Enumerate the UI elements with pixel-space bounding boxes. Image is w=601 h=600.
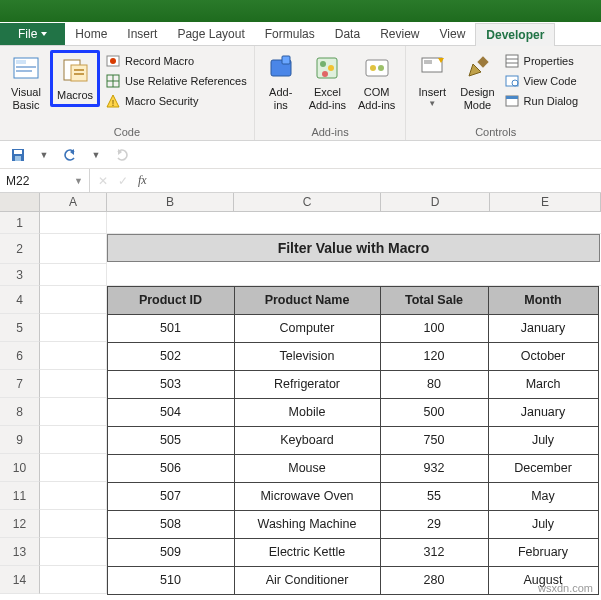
- cell-product-name[interactable]: Mobile: [234, 398, 381, 427]
- tab-page-layout[interactable]: Page Layout: [167, 23, 254, 45]
- cell-product-name[interactable]: Refrigerator: [234, 370, 381, 399]
- row-header[interactable]: 11: [0, 482, 40, 510]
- cell-total-sale[interactable]: 120: [380, 342, 489, 371]
- cell-product-id[interactable]: 508: [107, 510, 235, 539]
- cell-product-id[interactable]: 505: [107, 426, 235, 455]
- tab-formulas[interactable]: Formulas: [255, 23, 325, 45]
- cell-product-id[interactable]: 503: [107, 370, 235, 399]
- cell-product-id[interactable]: 501: [107, 314, 235, 343]
- undo-dropdown[interactable]: ▼: [88, 147, 104, 163]
- macros-button[interactable]: Macros: [53, 53, 97, 104]
- visual-basic-button[interactable]: Visual Basic: [6, 50, 46, 114]
- cell-month[interactable]: January: [488, 314, 599, 343]
- cell-total-sale[interactable]: 500: [380, 398, 489, 427]
- sheet-title[interactable]: Filter Value with Macro: [107, 234, 600, 262]
- col-header-c[interactable]: C: [234, 193, 381, 211]
- cell-total-sale[interactable]: 932: [380, 454, 489, 483]
- cell-month[interactable]: July: [488, 510, 599, 539]
- use-relative-button[interactable]: Use Relative References: [104, 72, 248, 90]
- cell-month[interactable]: October: [488, 342, 599, 371]
- cell-total-sale[interactable]: 280: [380, 566, 489, 595]
- cell-month[interactable]: February: [488, 538, 599, 567]
- tab-file[interactable]: File: [0, 23, 65, 45]
- fx-icon[interactable]: fx: [138, 173, 147, 188]
- macro-security-button[interactable]: ! Macro Security: [104, 92, 248, 110]
- row-header[interactable]: 4: [0, 286, 40, 314]
- cell-product-id[interactable]: 507: [107, 482, 235, 511]
- cell-total-sale[interactable]: 55: [380, 482, 489, 511]
- row-header[interactable]: 14: [0, 566, 40, 594]
- tab-data[interactable]: Data: [325, 23, 370, 45]
- worksheet[interactable]: 1 2 Filter Value with Macro 3 4 Product …: [0, 212, 601, 594]
- tab-insert[interactable]: Insert: [117, 23, 167, 45]
- cell-product-name[interactable]: Mouse: [234, 454, 381, 483]
- row-header[interactable]: 2: [0, 234, 40, 264]
- com-addins-button[interactable]: COM Add-ins: [354, 50, 399, 114]
- select-all-corner[interactable]: [0, 193, 40, 211]
- cell-product-name[interactable]: Microwave Oven: [234, 482, 381, 511]
- cell-product-id[interactable]: 510: [107, 566, 235, 595]
- table-header[interactable]: Product Name: [234, 286, 381, 315]
- undo-button[interactable]: [62, 147, 78, 163]
- row-header[interactable]: 12: [0, 510, 40, 538]
- col-header-b[interactable]: B: [107, 193, 234, 211]
- cell-product-name[interactable]: Electric Kettle: [234, 538, 381, 567]
- tab-developer[interactable]: Developer: [475, 23, 555, 46]
- table-header[interactable]: Product ID: [107, 286, 235, 315]
- cell-product-name[interactable]: Television: [234, 342, 381, 371]
- cell-product-id[interactable]: 504: [107, 398, 235, 427]
- row-header[interactable]: 6: [0, 342, 40, 370]
- save-button[interactable]: [10, 147, 26, 163]
- col-header-e[interactable]: E: [490, 193, 601, 211]
- row-header[interactable]: 3: [0, 264, 40, 286]
- cell-product-id[interactable]: 502: [107, 342, 235, 371]
- row-header[interactable]: 7: [0, 370, 40, 398]
- name-box[interactable]: M22 ▼: [0, 169, 90, 192]
- qat-dropdown[interactable]: ▼: [36, 147, 52, 163]
- cell-product-name[interactable]: Washing Machine: [234, 510, 381, 539]
- enter-icon[interactable]: ✓: [118, 174, 128, 188]
- insert-control-icon: [416, 52, 448, 84]
- properties-button[interactable]: Properties: [503, 52, 579, 70]
- insert-control-button[interactable]: Insert ▼: [412, 50, 452, 111]
- cell-product-id[interactable]: 506: [107, 454, 235, 483]
- row-header[interactable]: 9: [0, 426, 40, 454]
- cell-month[interactable]: March: [488, 370, 599, 399]
- cell-product-id[interactable]: 509: [107, 538, 235, 567]
- cell-total-sale[interactable]: 100: [380, 314, 489, 343]
- row-header[interactable]: 5: [0, 314, 40, 342]
- redo-button[interactable]: [114, 147, 130, 163]
- excel-addins-button[interactable]: Excel Add-ins: [305, 50, 350, 114]
- cell-product-name[interactable]: Keyboard: [234, 426, 381, 455]
- addins-label: Add- ins: [269, 86, 292, 112]
- col-header-a[interactable]: A: [40, 193, 107, 211]
- table-header[interactable]: Month: [488, 286, 599, 315]
- cell-total-sale[interactable]: 80: [380, 370, 489, 399]
- cell-total-sale[interactable]: 29: [380, 510, 489, 539]
- cell-total-sale[interactable]: 312: [380, 538, 489, 567]
- cell-product-name[interactable]: Computer: [234, 314, 381, 343]
- row-header[interactable]: 13: [0, 538, 40, 566]
- cell-month[interactable]: July: [488, 426, 599, 455]
- table-header[interactable]: Total Sale: [380, 286, 489, 315]
- design-mode-button[interactable]: Design Mode: [456, 50, 498, 114]
- cell-total-sale[interactable]: 750: [380, 426, 489, 455]
- addins-button[interactable]: Add- ins: [261, 50, 301, 114]
- tab-home[interactable]: Home: [65, 23, 117, 45]
- cell-month[interactable]: December: [488, 454, 599, 483]
- col-header-d[interactable]: D: [381, 193, 490, 211]
- view-code-button[interactable]: View Code: [503, 72, 579, 90]
- record-macro-button[interactable]: Record Macro: [104, 52, 248, 70]
- chevron-down-icon: ▼: [428, 99, 436, 109]
- row-header[interactable]: 8: [0, 398, 40, 426]
- tab-review[interactable]: Review: [370, 23, 429, 45]
- cell-month[interactable]: May: [488, 482, 599, 511]
- row-header[interactable]: 1: [0, 212, 40, 234]
- cell-product-name[interactable]: Air Conditioner: [234, 566, 381, 595]
- cancel-icon[interactable]: ✕: [98, 174, 108, 188]
- run-dialog-button[interactable]: Run Dialog: [503, 92, 579, 110]
- tab-view[interactable]: View: [430, 23, 476, 45]
- row-header[interactable]: 10: [0, 454, 40, 482]
- cell-month[interactable]: January: [488, 398, 599, 427]
- formula-input[interactable]: [155, 169, 601, 192]
